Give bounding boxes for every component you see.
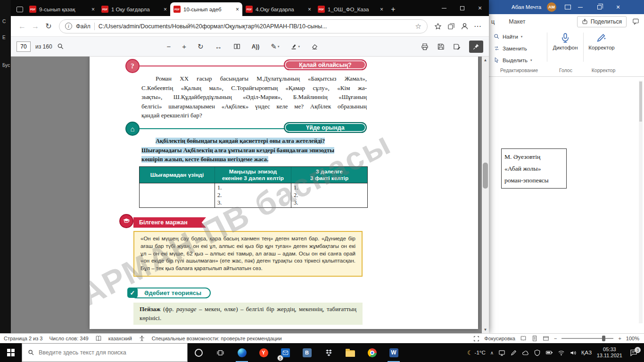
scroll-down-icon[interactable]: ▼ (482, 326, 489, 333)
chrome-taskbar-icon[interactable] (361, 343, 383, 362)
tab-actions-button[interactable] (14, 2, 26, 16)
vk-taskbar-icon[interactable]: В (296, 343, 318, 362)
replace-button[interactable]: Заменить (494, 44, 545, 53)
word-minimize-button[interactable] (571, 0, 590, 14)
tab-close-icon[interactable]: × (164, 6, 167, 13)
browser-tab-5[interactable]: PDF 1_ОШ_ФО_Каза × (314, 2, 387, 16)
back-button[interactable]: ← (16, 22, 29, 31)
explorer-taskbar-icon[interactable] (339, 343, 361, 362)
dictate-button[interactable]: Диктофон (550, 32, 581, 50)
browser-tab-2[interactable]: PDF 1 Оқу бағдарла × (98, 2, 170, 16)
scrollbar-thumb[interactable] (483, 163, 488, 189)
select-button[interactable]: Выделить▾ (494, 56, 545, 65)
read-mode-icon[interactable] (520, 335, 527, 342)
ribbon-tab-clipped[interactable]: ц (491, 18, 495, 25)
rotate-icon[interactable]: ↻ (198, 42, 204, 51)
status-language[interactable]: казахский (108, 336, 132, 341)
print-icon[interactable] (421, 43, 429, 50)
page-view-icon[interactable] (233, 43, 240, 50)
address-bar[interactable]: i Файл C:/Users/admin/Documents/Новый%20… (59, 19, 428, 33)
hidden-icons-chevron[interactable]: ∧ (490, 350, 494, 355)
start-button[interactable] (0, 343, 22, 362)
word-taskbar-icon[interactable]: W (383, 343, 405, 362)
comments-icon[interactable] (632, 18, 639, 25)
page-number-input[interactable] (17, 41, 31, 52)
scroll-up-icon[interactable]: ▲ (482, 57, 489, 64)
add-favorite-icon[interactable]: ☆ (415, 22, 421, 31)
action-center-icon[interactable]: 3 (627, 349, 640, 356)
tab-close-icon[interactable]: × (308, 6, 311, 13)
word-close-button[interactable]: × (609, 0, 627, 14)
browser-tab-1[interactable]: PDF 9-сынып қазақ × (26, 2, 98, 16)
favorites-icon[interactable] (431, 23, 445, 30)
accessibility-icon[interactable] (139, 335, 145, 342)
find-button[interactable]: Найти▾ (494, 32, 545, 41)
maximize-button[interactable] (453, 0, 471, 16)
browser-tab-4[interactable]: PDF 4.Оқу бағдарла × (242, 2, 314, 16)
tab-close-icon[interactable]: × (236, 6, 239, 13)
fit-width-icon[interactable]: ↔ (215, 42, 222, 50)
zoom-in-icon[interactable]: + (182, 42, 186, 50)
clock[interactable]: 05:3313.11.2021 (597, 346, 622, 359)
document-table-cell[interactable]: М. Әуезовтің «Абай жолы» роман-эпопеясы (501, 148, 567, 189)
network-icon[interactable] (558, 349, 565, 356)
save-as-icon[interactable] (453, 43, 461, 50)
browser-tab-3-active[interactable]: PDF 10-сынып әдеб × (170, 2, 242, 16)
account-avatar[interactable]: АМ (547, 2, 556, 12)
focus-label[interactable]: Фокусировка (484, 336, 515, 341)
volume-icon[interactable] (570, 349, 577, 356)
mail-taskbar-icon[interactable]: 5 (274, 343, 296, 362)
cortana-icon[interactable] (188, 343, 209, 362)
battery-icon[interactable] (545, 349, 553, 356)
pdf-scrollbar[interactable]: ▲ ▼ (482, 57, 489, 333)
print-layout-icon[interactable] (531, 335, 538, 342)
web-layout-icon[interactable] (543, 335, 549, 342)
pin-toolbar-button[interactable] (469, 41, 483, 53)
status-accessibility[interactable]: Специальные возможности: проверьте реком… (152, 336, 282, 341)
erase-icon[interactable] (311, 43, 318, 50)
spellcheck-book-icon[interactable] (95, 335, 102, 342)
share-button[interactable]: Поделиться (577, 16, 627, 27)
forward-button[interactable]: → (29, 22, 42, 31)
yandex-taskbar-icon[interactable]: Y (253, 343, 274, 362)
zoom-slider-thumb[interactable] (602, 336, 605, 341)
zoom-out-icon[interactable]: − (167, 42, 171, 50)
task-view-icon[interactable] (209, 343, 231, 362)
taskbar-search[interactable] (22, 343, 188, 362)
zoom-level[interactable]: 100% (626, 336, 639, 341)
status-page-count[interactable]: Страница 2 из 3 (4, 336, 42, 341)
defender-shield-icon[interactable] (534, 349, 541, 356)
dropbox-taskbar-icon[interactable] (318, 343, 339, 362)
info-icon[interactable]: i (65, 23, 72, 30)
ribbon-options-icon[interactable] (565, 5, 571, 9)
word-restore-button[interactable] (590, 0, 609, 14)
zoom-slider[interactable] (561, 338, 613, 339)
account-name[interactable]: Абая Мечта (512, 4, 541, 10)
word-document-area[interactable]: М. Әуезовтің «Абай жолы» роман-эпопеясы (489, 77, 644, 333)
collections-icon[interactable] (445, 23, 458, 30)
minimize-button[interactable] (435, 0, 453, 16)
profile-avatar-icon[interactable] (458, 22, 471, 30)
focus-icon[interactable] (473, 336, 479, 342)
tab-close-icon[interactable]: × (91, 6, 95, 13)
language-indicator[interactable]: ҚАЗ (581, 350, 592, 355)
new-tab-button[interactable]: + (387, 2, 400, 16)
onedrive-cloud-icon[interactable] (522, 349, 529, 356)
weather-widget[interactable]: ☾-1°C (467, 349, 486, 356)
tab-close-icon[interactable]: × (380, 6, 383, 13)
refresh-button[interactable]: ↻ (42, 22, 55, 31)
edge-taskbar-icon[interactable] (231, 343, 253, 362)
save-icon[interactable] (437, 43, 445, 50)
corrector-button[interactable]: Корректор (586, 32, 617, 50)
settings-menu-icon[interactable]: ⋯ (471, 22, 484, 31)
zoom-in-icon[interactable]: + (618, 336, 621, 341)
search-input[interactable] (39, 349, 182, 356)
draw-icon[interactable]: ✎▾ (271, 42, 279, 51)
word-scrollbar[interactable] (639, 81, 643, 323)
tab-layout[interactable]: Макет (509, 18, 525, 25)
pen-tray-icon[interactable] (510, 349, 517, 356)
zoom-out-icon[interactable]: − (554, 336, 557, 341)
close-button[interactable]: × (471, 0, 489, 16)
read-aloud-icon[interactable]: A)) (252, 43, 260, 50)
status-word-count[interactable]: Число слов: 349 (49, 336, 88, 341)
